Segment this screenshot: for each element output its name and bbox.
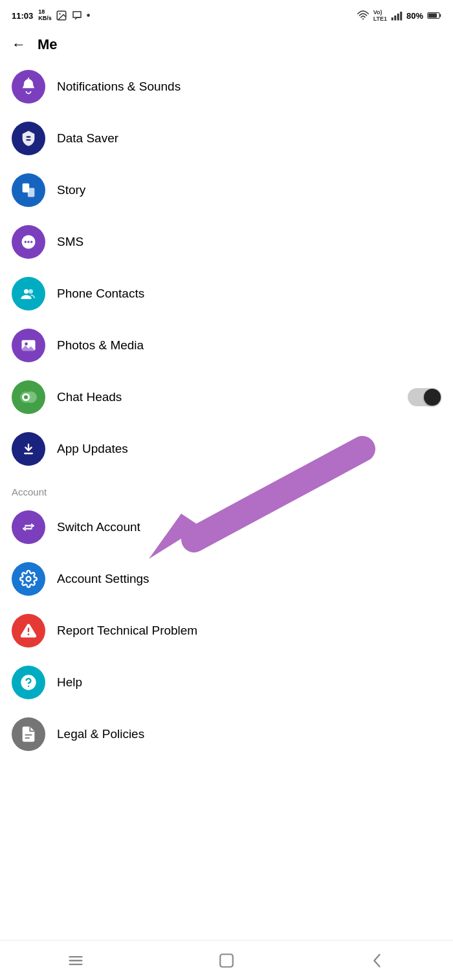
page-title: Me (38, 36, 58, 53)
photos-media-icon-circle (12, 329, 45, 362)
menu-item-story[interactable]: Story (0, 164, 453, 216)
notifications-label: Notifications & Sounds (57, 80, 181, 94)
notifications-icon-circle (12, 70, 45, 103)
download-icon (19, 440, 38, 458)
menu-item-sms[interactable]: SMS (0, 216, 453, 268)
sms-icon-circle (12, 225, 45, 259)
back-button[interactable]: ← (12, 36, 26, 53)
account-settings-label: Account Settings (57, 572, 149, 586)
help-label: Help (57, 675, 82, 690)
toggle-knob (424, 389, 441, 406)
battery-icon (427, 11, 441, 20)
status-right: Vo)LTE1 80% (357, 9, 441, 22)
svg-rect-15 (28, 188, 35, 197)
svg-point-18 (27, 241, 30, 243)
help-icon-circle (12, 666, 45, 699)
warning-icon (19, 622, 38, 640)
story-icon (19, 181, 38, 199)
svg-rect-4 (394, 16, 396, 21)
menu-item-legal[interactable]: Legal & Policies (0, 708, 453, 760)
switch-account-icon-circle (12, 510, 45, 544)
legal-label: Legal & Policies (57, 727, 144, 741)
menu-item-data-saver[interactable]: Data Saver (0, 113, 453, 164)
menu-item-app-updates[interactable]: App Updates (0, 423, 453, 475)
home-square-icon (218, 952, 235, 969)
chat-heads-label: Chat Heads (57, 390, 122, 404)
chat-heads-toggle[interactable] (408, 388, 441, 406)
status-left: 11:03 18KB/s • (12, 9, 90, 22)
svg-rect-43 (220, 954, 233, 967)
settings-content: Notifications & Sounds Data Saver Story … (0, 61, 453, 805)
svg-rect-8 (439, 14, 441, 17)
doc-icon (19, 725, 38, 743)
dot-indicator: • (87, 10, 91, 21)
svg-rect-12 (27, 139, 31, 140)
menu-item-photos-media[interactable]: Photos & Media (0, 320, 453, 371)
gear-icon (19, 570, 38, 588)
nav-back-button[interactable] (358, 948, 397, 974)
svg-rect-5 (397, 14, 399, 21)
account-settings-icon-circle (12, 562, 45, 596)
svg-point-35 (28, 633, 30, 635)
photos-media-label: Photos & Media (57, 338, 144, 353)
switch-icon (19, 518, 38, 536)
data-saver-label: Data Saver (57, 131, 118, 146)
svg-point-37 (28, 686, 29, 687)
sms-icon (19, 233, 38, 251)
menu-lines-icon (67, 952, 85, 970)
image-icon (56, 10, 67, 21)
contacts-icon (19, 285, 38, 303)
svg-point-32 (21, 519, 36, 534)
menu-item-account-settings[interactable]: Account Settings (0, 553, 453, 605)
photo-icon (19, 336, 38, 354)
sms-label: SMS (57, 235, 83, 249)
menu-item-notifications[interactable]: Notifications & Sounds (0, 61, 453, 113)
report-problem-icon-circle (12, 614, 45, 648)
nav-menu-button[interactable] (56, 948, 95, 974)
volte-indicator: Vo)LTE1 (373, 9, 387, 22)
svg-rect-3 (392, 17, 393, 21)
story-label: Story (57, 183, 85, 197)
status-bar: 11:03 18KB/s • Vo)LTE1 80% (0, 0, 453, 28)
signal-icon (391, 10, 403, 21)
data-saver-icon-circle (12, 122, 45, 155)
story-icon-circle (12, 173, 45, 207)
menu-item-phone-contacts[interactable]: Phone Contacts (0, 268, 453, 320)
battery-percent: 80% (406, 11, 423, 21)
svg-point-19 (30, 241, 33, 243)
svg-rect-9 (428, 14, 437, 18)
phone-contacts-label: Phone Contacts (57, 287, 144, 301)
report-problem-label: Report Technical Problem (57, 624, 197, 638)
svg-point-21 (28, 289, 33, 294)
svg-point-17 (25, 241, 27, 243)
legal-icon-circle (12, 717, 45, 751)
svg-point-33 (27, 577, 31, 582)
page-header: ← Me (0, 28, 453, 61)
message-icon (71, 10, 83, 21)
svg-point-27 (24, 395, 28, 399)
phone-contacts-icon-circle (12, 277, 45, 310)
time-display: 11:03 (12, 11, 33, 21)
svg-point-2 (362, 18, 364, 19)
wifi-icon (357, 10, 370, 21)
nav-home-button[interactable] (207, 948, 246, 974)
account-section-header: Account (0, 475, 453, 501)
svg-point-1 (59, 13, 60, 14)
bottom-navigation (0, 940, 453, 980)
kb-speed: 18KB/s (38, 9, 52, 22)
shield-icon (19, 129, 38, 147)
bell-icon (19, 78, 38, 96)
menu-item-report-problem[interactable]: Report Technical Problem (0, 605, 453, 657)
chat-heads-icon (19, 387, 38, 407)
app-updates-label: App Updates (57, 442, 128, 456)
chat-heads-toggle-switch[interactable] (408, 388, 441, 406)
switch-account-label: Switch Account (57, 520, 140, 534)
menu-item-help[interactable]: Help (0, 657, 453, 708)
chat-heads-icon-circle (12, 380, 45, 414)
svg-point-13 (28, 136, 29, 138)
help-icon (19, 673, 38, 691)
menu-item-switch-account[interactable]: Switch Account (0, 501, 453, 553)
svg-point-20 (24, 289, 28, 294)
back-chevron-icon (371, 952, 384, 970)
menu-item-chat-heads[interactable]: Chat Heads (0, 371, 453, 423)
